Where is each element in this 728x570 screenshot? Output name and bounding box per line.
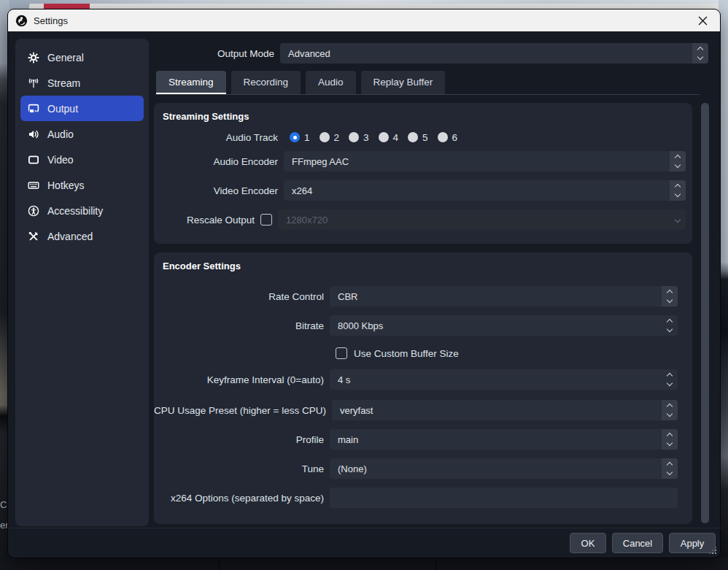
custom-buffer-checkbox[interactable] (336, 347, 347, 359)
sidebar-item-label: Output (47, 103, 78, 115)
keyframe-interval-spinner[interactable]: 4 s (330, 369, 678, 390)
chevron-updown-icon[interactable] (670, 180, 686, 201)
sidebar-item-label: Audio (47, 128, 74, 140)
apply-button[interactable]: Apply (669, 533, 716, 553)
tab-replay-buffer[interactable]: Replay Buffer (361, 71, 446, 94)
audio-track-radio-6[interactable] (438, 132, 448, 142)
speaker-icon (27, 128, 39, 140)
streaming-settings-panel: Streaming Settings Audio Track 1 2 3 4 5… (154, 103, 692, 244)
profile-value: main (330, 429, 662, 450)
rate-control-row: Rate Control CBR (154, 286, 678, 307)
cpu-usage-preset-row: CPU Usage Preset (higher = less CPU) ver… (154, 400, 678, 420)
resize-grip[interactable] (715, 552, 716, 554)
keyframe-interval-row: Keyframe Interval (0=auto) 4 s (154, 369, 678, 390)
sidebar-item-advanced[interactable]: Advanced (20, 223, 144, 249)
cpu-usage-preset-label: CPU Usage Preset (higher = less CPU) (154, 405, 332, 416)
sidebar-item-output[interactable]: Output (20, 96, 144, 121)
bitrate-row: Bitrate 8000 Kbps (154, 315, 678, 336)
chevron-updown-icon[interactable] (662, 286, 678, 307)
profile-row: Profile main (154, 429, 678, 450)
display-icon (27, 153, 39, 166)
profile-select[interactable]: main (330, 429, 678, 450)
screen-share-icon (27, 102, 39, 115)
sidebar: General Stream Output Audio (15, 39, 149, 526)
encoder-settings-header: Encoder Settings (163, 261, 241, 271)
video-encoder-select[interactable]: x264 (284, 180, 686, 201)
cpu-usage-preset-select[interactable]: veryfast (332, 400, 678, 420)
vertical-scrollbar[interactable] (701, 103, 709, 523)
output-tabs: Streaming Recording Audio Replay Buffer (156, 71, 445, 94)
rate-control-label: Rate Control (154, 291, 330, 302)
output-mode-row: Output Mode Advanced (156, 43, 708, 63)
rate-control-select[interactable]: CBR (330, 286, 678, 307)
cancel-button[interactable]: Cancel (612, 533, 663, 553)
tabs-divider (156, 94, 700, 95)
audio-track-radio-group: 1 2 3 4 5 6 (290, 132, 467, 143)
tab-audio[interactable]: Audio (306, 71, 356, 94)
sidebar-item-general[interactable]: General (20, 45, 144, 70)
background-divider (435, 558, 436, 570)
keyboard-icon (27, 179, 39, 191)
audio-track-option-label: 3 (363, 132, 369, 143)
audio-encoder-label: Audio Encoder (154, 156, 284, 167)
audio-track-radio-2[interactable] (320, 132, 330, 142)
video-encoder-label: Video Encoder (154, 185, 284, 196)
output-mode-value: Advanced (280, 43, 692, 63)
audio-encoder-row: Audio Encoder FFmpeg AAC (154, 151, 686, 172)
chevron-updown-icon[interactable] (692, 43, 708, 63)
spinner-arrows-icon[interactable] (662, 315, 678, 336)
rescale-output-label: Rescale Output (154, 215, 260, 226)
audio-track-radio-1[interactable] (290, 132, 300, 142)
bitrate-spinner[interactable]: 8000 Kbps (330, 315, 678, 336)
settings-window: Settings General Stream (7, 9, 721, 558)
tune-select[interactable]: (None) (330, 458, 678, 479)
footer-divider (8, 528, 721, 528)
audio-encoder-select[interactable]: FFmpeg AAC (284, 151, 686, 172)
antenna-icon (27, 77, 39, 89)
rate-control-value: CBR (330, 286, 662, 307)
output-mode-label: Output Mode (156, 48, 280, 59)
gear-icon (27, 51, 39, 63)
audio-encoder-value: FFmpeg AAC (284, 151, 670, 172)
rescale-output-checkbox[interactable] (260, 214, 272, 226)
tab-streaming[interactable]: Streaming (156, 71, 226, 94)
sidebar-item-audio[interactable]: Audio (20, 121, 144, 147)
custom-buffer-label: Use Custom Buffer Size (354, 348, 459, 359)
chevron-updown-icon[interactable] (662, 458, 678, 479)
spinner-arrows-icon[interactable] (662, 369, 678, 390)
sidebar-item-video[interactable]: Video (20, 147, 144, 172)
audio-track-radio-3[interactable] (349, 132, 359, 142)
accessibility-icon (27, 204, 39, 217)
custom-buffer-row: Use Custom Buffer Size (154, 346, 678, 361)
tune-row: Tune (None) (154, 458, 678, 479)
tab-recording[interactable]: Recording (231, 71, 301, 94)
rescale-resolution-value: 1280x720 (278, 209, 670, 230)
audio-track-radio-5[interactable] (408, 132, 418, 142)
streaming-settings-header: Streaming Settings (163, 111, 249, 122)
audio-track-option-label: 5 (422, 132, 428, 143)
encoder-settings-panel: Encoder Settings Rate Control CBR Bitrat… (154, 253, 692, 524)
close-button[interactable] (692, 10, 713, 31)
sidebar-item-accessibility[interactable]: Accessibility (20, 198, 144, 223)
x264-options-input[interactable] (330, 488, 678, 508)
ok-button[interactable]: OK (570, 533, 606, 553)
sidebar-item-stream[interactable]: Stream (20, 70, 144, 96)
video-encoder-value: x264 (284, 180, 670, 201)
sidebar-item-label: Hotkeys (47, 180, 85, 191)
audio-track-option-label: 2 (334, 132, 340, 143)
chevron-updown-icon[interactable] (662, 400, 678, 420)
sidebar-item-label: Stream (47, 77, 80, 89)
chevron-updown-icon[interactable] (662, 429, 678, 450)
chevron-down-icon (670, 209, 686, 230)
sidebar-item-label: Video (47, 154, 74, 166)
output-mode-select[interactable]: Advanced (280, 43, 708, 63)
chevron-updown-icon[interactable] (670, 151, 686, 172)
cpu-usage-preset-value: veryfast (332, 400, 662, 420)
bitrate-value: 8000 Kbps (330, 315, 662, 336)
profile-label: Profile (154, 434, 330, 445)
audio-track-radio-4[interactable] (379, 132, 389, 142)
sidebar-item-hotkeys[interactable]: Hotkeys (20, 172, 144, 198)
x264-options-fieldwrap (330, 488, 678, 508)
rescale-resolution-select: 1280x720 (278, 209, 686, 230)
titlebar[interactable]: Settings (8, 9, 720, 31)
